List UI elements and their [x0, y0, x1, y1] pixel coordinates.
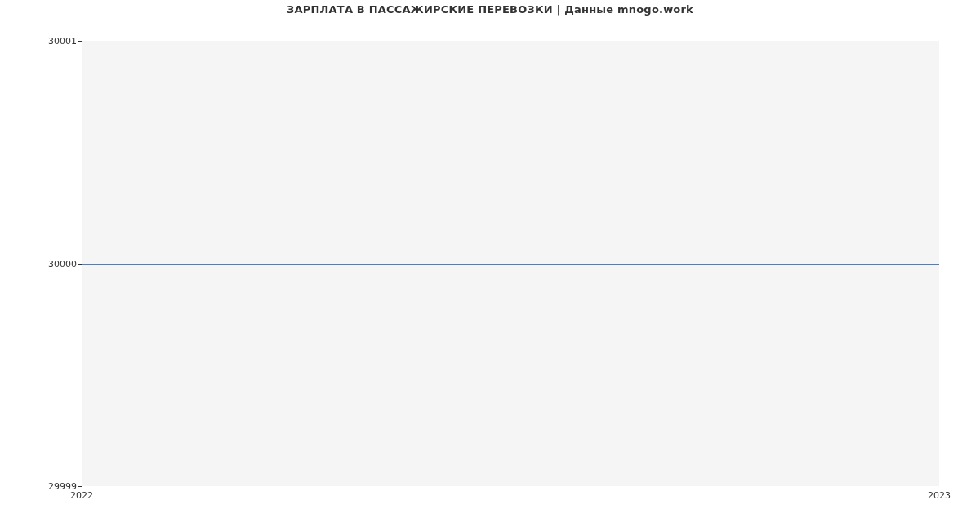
y-tick-label: 30001 [48, 36, 77, 47]
chart-title: ЗАРПЛАТА В ПАССАЖИРСКИЕ ПЕРЕВОЗКИ | Данн… [0, 3, 980, 16]
y-tick-label: 30000 [48, 258, 77, 269]
x-tick-label: 2022 [70, 490, 93, 501]
chart-container: ЗАРПЛАТА В ПАССАЖИРСКИЕ ПЕРЕВОЗКИ | Данн… [0, 0, 980, 531]
plot-area [82, 41, 939, 486]
x-tick-label: 2023 [928, 490, 951, 501]
series-line [82, 264, 939, 265]
y-tick-mark [78, 486, 82, 487]
